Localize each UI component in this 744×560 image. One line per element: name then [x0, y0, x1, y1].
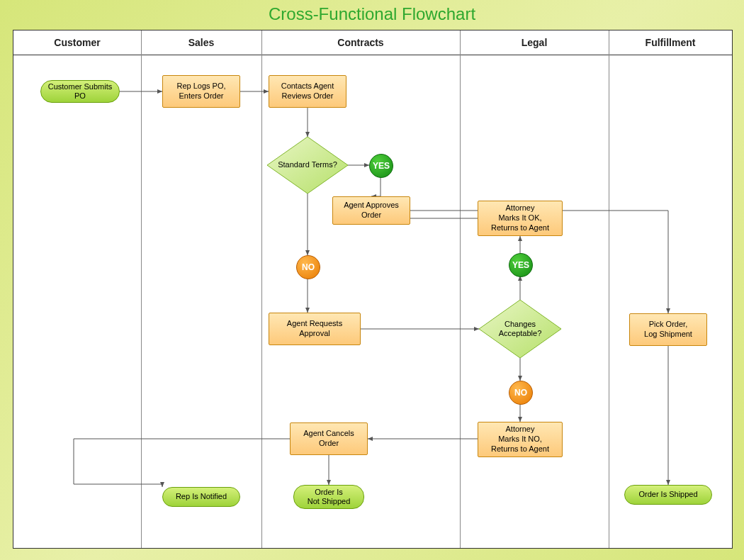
lane-header-customer: Customer: [13, 30, 141, 55]
decision-standard-terms: Standard Terms?: [267, 137, 348, 194]
decision-label: Standard Terms?: [267, 137, 348, 194]
terminator-order-not-shipped: Order Is Not Shipped: [293, 485, 364, 509]
terminator-order-shipped: Order Is Shipped: [624, 485, 712, 505]
lane-header-legal: Legal: [460, 30, 609, 55]
decision-changes-acceptable: Changes Acceptable?: [479, 300, 561, 358]
swimlane-board: Customer Sales Contracts Legal Fulfillme…: [13, 30, 733, 549]
connector-no-changes: NO: [509, 381, 533, 405]
lane-divider: [141, 30, 142, 548]
process-attorney-ok: Attorney Marks It OK, Returns to Agent: [478, 201, 563, 236]
lane-divider: [261, 30, 262, 548]
process-attorney-no: Attorney Marks It NO, Returns to Agent: [478, 422, 563, 457]
terminator-rep-notified: Rep Is Notified: [162, 487, 240, 507]
connector-yes-changes: YES: [509, 253, 533, 277]
lane-divider: [460, 30, 461, 548]
lane-header-fulfillment: Fulfillment: [609, 30, 732, 55]
connector-yes-standard-terms: YES: [369, 154, 393, 178]
diagram-title: Cross-Functional Flowchart: [0, 4, 744, 24]
process-rep-logs-po: Rep Logs PO, Enters Order: [162, 75, 240, 108]
process-agent-requests-approval: Agent Requests Approval: [269, 313, 361, 345]
lane-divider: [609, 30, 609, 548]
connector-no-standard-terms: NO: [296, 255, 320, 279]
process-pick-order-log-shipment: Pick Order, Log Shipment: [629, 313, 707, 346]
lane-header-contracts: Contracts: [261, 30, 460, 55]
decision-label: Changes Acceptable?: [479, 300, 561, 358]
arrows-layer: [13, 30, 732, 548]
process-agent-approves-order: Agent Approves Order: [332, 196, 410, 225]
lane-header-sales: Sales: [141, 30, 261, 55]
process-agent-cancels-order: Agent Cancels Order: [290, 422, 368, 455]
process-contacts-agent-reviews: Contacts Agent Reviews Order: [269, 75, 346, 108]
terminator-customer-submits-po: Customer Submits PO: [40, 80, 120, 103]
